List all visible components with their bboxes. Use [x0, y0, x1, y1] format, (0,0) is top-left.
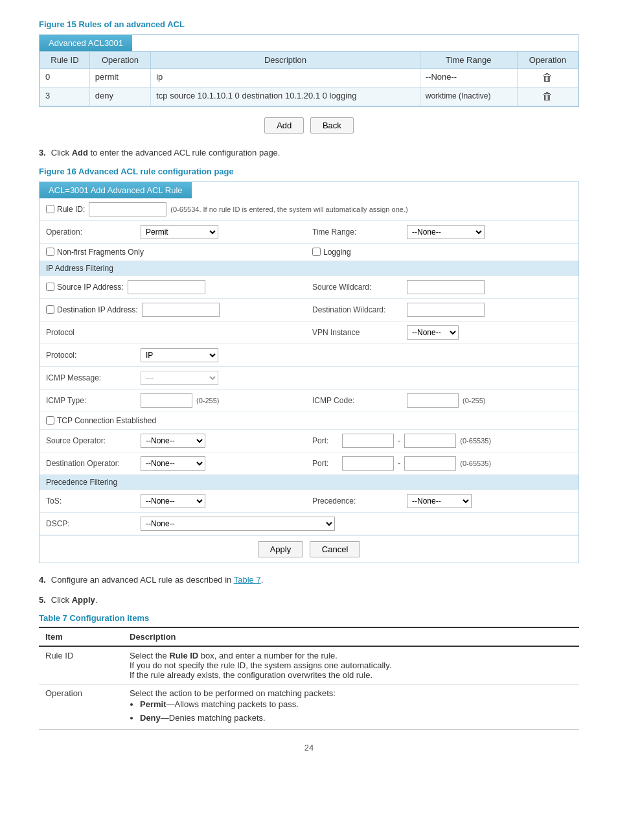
dest-ip-checkbox-label: Destination IP Address: — [46, 305, 138, 314]
figure15-tab: Advanced ACL3001 — [40, 35, 132, 51]
source-port-input2[interactable] — [404, 434, 456, 448]
source-ip-checkbox-label: Source IP Address: — [46, 283, 124, 292]
icmp-message-select[interactable]: --- — [141, 371, 218, 385]
icmp-type-hint: (0-255) — [196, 397, 219, 404]
cancel-button[interactable]: Cancel — [310, 541, 360, 557]
rule-id-hint: (0-65534. If no rule ID is entered, the … — [170, 205, 407, 213]
precedence-select[interactable]: --None-- — [407, 494, 472, 508]
dest-port-hint: (0-65535) — [460, 460, 491, 467]
icmp-code-label: ICMP Code: — [312, 396, 403, 405]
step4-text: 4.Configure an advanced ACL rule as desc… — [39, 574, 579, 587]
apply-button[interactable]: Apply — [258, 541, 304, 557]
source-ip-row: Source IP Address: Source Wildcard: — [40, 276, 578, 299]
icmp-type-label: ICMP Type: — [46, 396, 137, 405]
time-range-select[interactable]: --None-- — [407, 225, 485, 239]
figure15-buttons: Add Back — [39, 117, 579, 134]
source-port-label: Port: — [312, 436, 338, 445]
tos-select[interactable]: --None-- — [141, 494, 205, 508]
dest-ip-label: Destination IP Address: — [57, 305, 138, 314]
rule-id-input[interactable] — [89, 202, 166, 216]
table-row: Operation Select the action to be perfor… — [39, 684, 579, 730]
protocol-label: Protocol: — [46, 351, 137, 360]
rule-id-label: Rule ID: — [57, 205, 85, 214]
protocol-vpn-row: Protocol VPN Instance --None-- — [40, 321, 578, 344]
step3-number: 3. — [39, 148, 46, 158]
dest-ip-input[interactable] — [142, 303, 220, 317]
dest-port-input2[interactable] — [404, 456, 456, 471]
vpn-instance-label: VPN Instance — [312, 328, 403, 337]
col-operation: Operation — [89, 52, 150, 69]
col-time-range: Time Range — [420, 52, 517, 69]
dest-port-input1[interactable] — [342, 456, 394, 471]
step3-text: 3.Click Add to enter the advanced ACL ru… — [39, 146, 579, 160]
tos-label: ToS: — [46, 496, 137, 506]
tcp-conn-row: TCP Connection Established — [40, 412, 578, 430]
col-description: Description — [151, 52, 420, 69]
protocol-select[interactable]: IP TCP UDP ICMP — [141, 348, 218, 362]
source-op-row: Source Operator: --None-- Port: - (0-655… — [40, 430, 578, 452]
list-item: Deny—Denies matching packets. — [140, 712, 573, 725]
icmp-type-input[interactable] — [141, 393, 192, 408]
table-row: 0 permit ip --None-- 🗑 — [40, 69, 578, 88]
table7-link[interactable]: Table 7 — [234, 575, 261, 585]
config-table: Item Description Rule ID Select the Rule… — [39, 627, 579, 730]
vpn-instance-select[interactable]: --None-- — [407, 325, 459, 340]
dscp-label: DSCP: — [46, 519, 137, 528]
dscp-row: DSCP: --None-- — [40, 513, 578, 535]
table-row: 3 deny tcp source 10.1.10.1 0 destinatio… — [40, 88, 578, 106]
dest-op-row: Destination Operator: --None-- Port: - (… — [40, 452, 578, 475]
prec-filter-label: Precedence Filtering — [46, 478, 117, 487]
add-button[interactable]: Add — [264, 117, 304, 134]
dest-op-select[interactable]: --None-- — [141, 456, 205, 471]
source-op-label: Source Operator: — [46, 436, 137, 445]
dest-wildcard-input[interactable] — [407, 303, 485, 317]
source-port-input1[interactable] — [342, 434, 394, 448]
dest-port-label: Port: — [312, 459, 338, 468]
protocol-section-label: Protocol — [46, 328, 137, 337]
cell-rule-id: 0 — [40, 69, 90, 88]
step4-number: 4. — [39, 575, 46, 585]
rule-id-checkbox[interactable] — [46, 205, 54, 213]
figure16-tab: ACL=3001 Add Advanced ACL Rule — [40, 182, 192, 198]
table7-title: Table 7 Configuration items — [39, 613, 579, 623]
step3-bold: Add — [72, 148, 88, 158]
cell-operation: deny — [89, 88, 150, 106]
ip-filter-label: IP Address Filtering — [46, 264, 113, 273]
source-ip-checkbox[interactable] — [46, 283, 54, 291]
dscp-select[interactable]: --None-- — [141, 517, 335, 531]
icmp-code-input[interactable] — [407, 393, 459, 408]
non-first-checkbox[interactable] — [46, 248, 54, 256]
icmp-message-label: ICMP Message: — [46, 373, 137, 382]
source-wildcard-label: Source Wildcard: — [312, 283, 403, 292]
precedence-label: Precedence: — [312, 496, 403, 506]
step5-number: 5. — [39, 595, 46, 605]
ip-filter-section: IP Address Filtering — [40, 261, 578, 276]
form-body: Rule ID: (0-65534. If no rule ID is ente… — [40, 198, 578, 563]
cell-delete[interactable]: 🗑 — [517, 69, 578, 88]
col-desc: Description — [123, 627, 579, 646]
dest-wildcard-label: Destination Wildcard: — [312, 305, 403, 314]
back-button[interactable]: Back — [310, 117, 354, 134]
trash-icon: 🗑 — [542, 91, 553, 102]
prec-filter-section: Precedence Filtering — [40, 475, 578, 490]
non-first-label: Non-first Fragments Only — [46, 248, 144, 257]
logging-label: Logging — [312, 248, 351, 257]
cell-operation: permit — [89, 69, 150, 88]
step5-bold: Apply — [72, 595, 95, 605]
dest-op-label: Destination Operator: — [46, 459, 137, 468]
source-ip-input[interactable] — [128, 280, 205, 294]
cell-delete[interactable]: 🗑 — [517, 88, 578, 106]
tcp-conn-checkbox[interactable] — [46, 416, 54, 425]
dest-ip-checkbox[interactable] — [46, 305, 54, 314]
trash-icon: 🗑 — [542, 72, 553, 83]
source-op-select[interactable]: --None-- — [141, 434, 205, 448]
desc-rule-id: Select the Rule ID box, and enter a numb… — [123, 646, 579, 684]
figure15-container: Advanced ACL3001 Rule ID Operation Descr… — [39, 34, 579, 107]
logging-checkbox[interactable] — [312, 248, 321, 256]
dest-ip-row: Destination IP Address: Destination Wild… — [40, 299, 578, 321]
tcp-conn-label: TCP Connection Established — [46, 416, 156, 425]
source-ip-label: Source IP Address: — [57, 283, 124, 292]
cell-time-range: worktime (Inactive) — [420, 88, 517, 106]
operation-select[interactable]: Permit Deny — [141, 225, 218, 239]
source-wildcard-input[interactable] — [407, 280, 485, 294]
